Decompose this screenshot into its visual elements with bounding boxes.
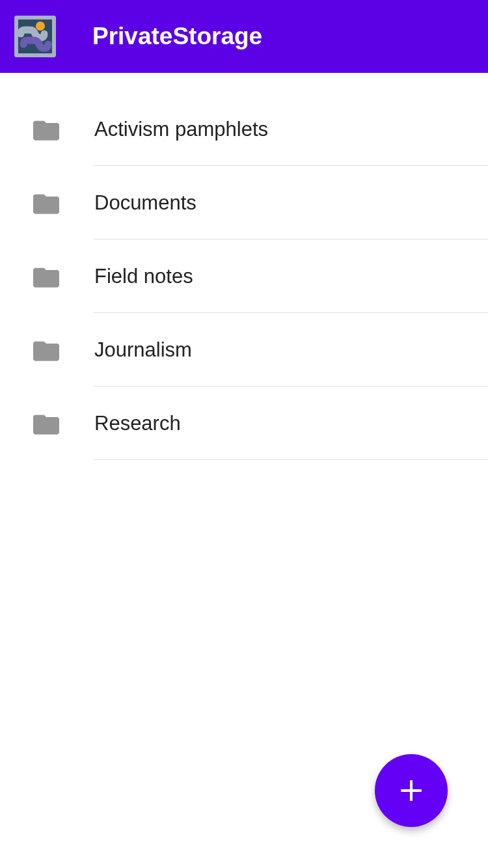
plus-icon xyxy=(399,778,424,803)
folder-icon xyxy=(33,192,59,214)
folder-item[interactable]: Field notes xyxy=(0,239,488,313)
app-logo-icon xyxy=(14,16,56,57)
folder-item[interactable]: Documents xyxy=(0,166,488,239)
folder-icon xyxy=(33,265,59,288)
folder-label: Field notes xyxy=(94,265,193,288)
folder-icon xyxy=(33,118,59,141)
app-header: PrivateStorage xyxy=(0,0,488,73)
folder-icon xyxy=(33,413,59,435)
folder-label: Documents xyxy=(94,191,197,215)
folder-item[interactable]: Research xyxy=(0,387,488,460)
folder-item[interactable]: Activism pamphlets xyxy=(0,92,488,166)
app-title: PrivateStorage xyxy=(92,23,262,50)
folder-list: Activism pamphlets Documents Field notes… xyxy=(0,73,488,460)
folder-label: Activism pamphlets xyxy=(94,118,268,141)
folder-item[interactable]: Journalism xyxy=(0,313,488,387)
folder-label: Journalism xyxy=(94,338,192,362)
folder-label: Research xyxy=(94,412,181,435)
svg-point-2 xyxy=(36,21,45,31)
folder-icon xyxy=(33,339,59,361)
add-button[interactable] xyxy=(375,754,448,827)
